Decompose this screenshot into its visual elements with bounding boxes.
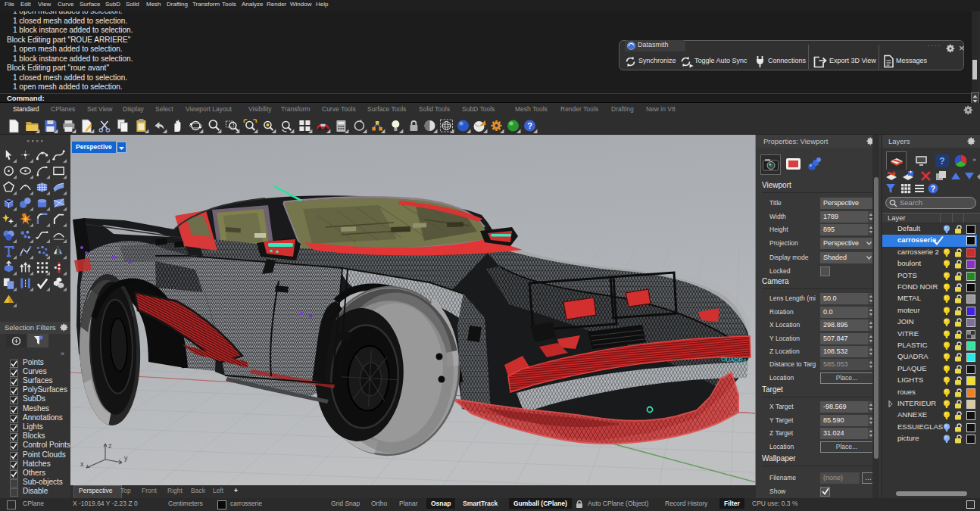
svg-text:z: z <box>108 442 112 450</box>
svg-text:?: ? <box>931 185 935 193</box>
svg-text:y: y <box>124 454 128 462</box>
svg-text:x: x <box>80 460 84 468</box>
svg-text:?: ? <box>939 156 944 167</box>
svg-text:?: ? <box>527 121 532 130</box>
